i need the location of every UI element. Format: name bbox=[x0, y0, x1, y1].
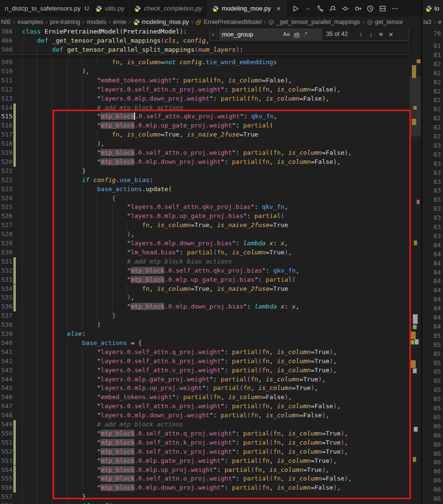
line-number[interactable]: 526 bbox=[0, 212, 12, 221]
line-number[interactable]: 83 bbox=[433, 214, 441, 223]
line-number[interactable]: 523 bbox=[0, 185, 12, 194]
line-number[interactable]: 84 bbox=[433, 313, 441, 322]
line-number[interactable]: 509 bbox=[0, 58, 12, 67]
breadcrumb-fragment[interactable]: la3 bbox=[423, 19, 432, 25]
find-next-button[interactable]: ↓ bbox=[366, 29, 376, 39]
line-number[interactable]: 84 bbox=[433, 241, 441, 250]
code-line[interactable]: 509fn, is_column=not config.tie_word_emb… bbox=[0, 58, 410, 67]
line-number[interactable]: 85 bbox=[433, 386, 441, 395]
code-line[interactable]: 512"layers.0.self_attn.o_proj.weight": p… bbox=[0, 85, 410, 94]
line-number[interactable]: 83 bbox=[433, 186, 441, 195]
line-number[interactable]: 554 bbox=[0, 466, 12, 475]
line-number[interactable]: 519 bbox=[0, 149, 12, 158]
code-line[interactable]: 527fn, is_column=True, is_naive_2fuse=Tr… bbox=[0, 221, 410, 230]
line-number[interactable]: 76 bbox=[433, 29, 441, 38]
find-input[interactable] bbox=[220, 31, 281, 38]
code-line[interactable]: 554"mtp_block.0.mlp.up_proj.weight": par… bbox=[0, 466, 410, 475]
source-control-graph-icon[interactable] bbox=[317, 4, 325, 12]
line-number[interactable]: 542 bbox=[0, 357, 12, 366]
line-number[interactable]: 558 bbox=[0, 502, 12, 504]
code-line[interactable]: 516"mtp_block.0.mlp.up_gate_proj.weight"… bbox=[0, 121, 410, 130]
code-line[interactable]: 529"layers.0.mlp.down_proj.bias": lambda… bbox=[0, 239, 410, 248]
line-number[interactable]: 510 bbox=[0, 67, 12, 76]
code-line[interactable]: 547"layers.0.self_attn.o_proj.weight": p… bbox=[0, 402, 410, 411]
line-number[interactable]: 86 bbox=[433, 449, 441, 458]
line-number[interactable]: 517 bbox=[0, 130, 12, 139]
breadcrumb-fragment[interactable]: e bbox=[438, 19, 442, 25]
line-number[interactable]: 544 bbox=[0, 375, 12, 384]
line-number[interactable]: 83 bbox=[433, 178, 441, 187]
code-line[interactable]: 537} bbox=[0, 311, 410, 321]
line-number[interactable]: 82 bbox=[433, 87, 441, 96]
line-number[interactable]: 515 bbox=[0, 112, 12, 121]
code-line[interactable]: 534fn, is_column=True, is_naive_2fuse=Tr… bbox=[0, 285, 410, 294]
line-number[interactable]: 557 bbox=[0, 493, 12, 502]
code-line[interactable]: 536"mtp_block.0.mlp.down_proj.bias": lam… bbox=[0, 302, 410, 311]
code-line[interactable]: 549# add mtp block actions bbox=[0, 420, 410, 429]
code-line[interactable]: 552"mtp_block.0.self_attn.v_proj.weight"… bbox=[0, 447, 410, 457]
code-line[interactable]: 541"layers.0.self_attn.q_proj.weight": p… bbox=[0, 348, 410, 357]
line-number[interactable]: 500 bbox=[0, 46, 12, 55]
code-line[interactable]: 543"layers.0.self_attn.v_proj.weight": p… bbox=[0, 366, 410, 375]
code-line[interactable]: 520"mtp_block.0.mlp.down_proj.weight": p… bbox=[0, 158, 410, 167]
line-number[interactable]: 86 bbox=[433, 431, 441, 440]
code-line[interactable]: 519"mtp_block.0.self_attn.o_proj.weight"… bbox=[0, 149, 410, 158]
line-number[interactable]: 86 bbox=[433, 476, 441, 485]
line-number[interactable]: 83 bbox=[433, 195, 441, 205]
line-number[interactable]: 531 bbox=[0, 257, 12, 266]
line-number[interactable]: 82 bbox=[433, 69, 441, 78]
breadcrumb-item-modeling-moe-py[interactable]: modeling_moe.py bbox=[133, 19, 189, 25]
line-number[interactable]: 520 bbox=[0, 158, 12, 167]
code-line[interactable]: 510), bbox=[0, 67, 410, 76]
line-number[interactable]: 532 bbox=[0, 266, 12, 275]
line-number[interactable]: 85 bbox=[433, 377, 441, 386]
line-number[interactable]: 83 bbox=[433, 160, 441, 169]
code-line[interactable]: 542"layers.0.self_attn.k_proj.weight": p… bbox=[0, 357, 410, 366]
breadcrumb-item-models[interactable]: models bbox=[87, 19, 106, 25]
code-line[interactable]: 530"lm_head.bias": partial(fn, is_column… bbox=[0, 248, 410, 257]
line-number[interactable]: 546 bbox=[0, 393, 12, 402]
code-line[interactable]: 556"mtp_block.0.mlp.down_proj.weight": p… bbox=[0, 483, 410, 493]
breadcrumb-item--get-tensor-parallel-mappings[interactable]: _get_tensor_parallel_mappings bbox=[268, 19, 360, 25]
breadcrumb-item-erniepretrainedmodel[interactable]: ErniePretrainedModel bbox=[195, 19, 261, 25]
line-number[interactable]: 543 bbox=[0, 366, 12, 375]
line-number[interactable]: 516 bbox=[0, 121, 12, 130]
line-number[interactable]: 513 bbox=[0, 94, 12, 103]
line-number[interactable]: 84 bbox=[433, 286, 441, 295]
line-number[interactable]: 83 bbox=[433, 232, 441, 241]
code-line[interactable]: 538) bbox=[0, 321, 410, 330]
line-number[interactable]: 537 bbox=[0, 311, 12, 321]
line-number[interactable]: 518 bbox=[0, 139, 12, 149]
breadcrumb-item-examples[interactable]: examples bbox=[18, 19, 44, 25]
line-number[interactable]: 514 bbox=[0, 103, 12, 113]
line-number[interactable]: 85 bbox=[433, 404, 441, 413]
tab-check-completion[interactable]: check_completion.py bbox=[129, 0, 207, 17]
code-line[interactable]: 513"layers.0.mlp.down_proj.weight": part… bbox=[0, 94, 410, 103]
line-number[interactable]: 529 bbox=[0, 239, 12, 248]
line-number[interactable]: 466 bbox=[0, 36, 12, 46]
line-number[interactable]: 535 bbox=[0, 293, 12, 302]
line-number[interactable]: 524 bbox=[0, 194, 12, 203]
find-close-button[interactable]: × bbox=[386, 29, 396, 39]
line-number[interactable]: 81 bbox=[433, 51, 441, 60]
find-in-selection-button[interactable]: ≡ bbox=[376, 29, 386, 39]
code-line[interactable]: 532"mtp_block.0.self_attn.qkv_proj.bias"… bbox=[0, 266, 410, 275]
code-line[interactable]: 524{ bbox=[0, 194, 410, 203]
code-line[interactable]: 551"mtp_block.0.self_attn.k_proj.weight"… bbox=[0, 438, 410, 447]
code-line[interactable]: 528), bbox=[0, 230, 410, 239]
right-editor-pane[interactable]: 7681818282828282828282828383838383838383… bbox=[422, 27, 443, 504]
code-line[interactable]: 550"mtp_block.0.self_attn.q_proj.weight"… bbox=[0, 429, 410, 438]
line-number[interactable]: 86 bbox=[433, 485, 441, 494]
code-line[interactable]: 518), bbox=[0, 139, 410, 149]
line-number[interactable]: 83 bbox=[433, 150, 441, 160]
line-number[interactable]: 82 bbox=[433, 123, 441, 132]
line-number[interactable]: 521 bbox=[0, 167, 12, 176]
line-number[interactable]: 530 bbox=[0, 248, 12, 257]
line-number[interactable]: 85 bbox=[433, 332, 441, 341]
line-number[interactable]: 84 bbox=[433, 268, 441, 277]
tab-n-distcp-to-safetensors[interactable]: n_distcp_to_safetensors.py U bbox=[0, 0, 91, 17]
code-line[interactable]: 539else: bbox=[0, 330, 410, 339]
line-number[interactable]: 388 bbox=[0, 27, 12, 36]
line-number[interactable]: 83 bbox=[433, 169, 441, 178]
sticky-line[interactable]: 500def get_tensor_parallel_split_mapping… bbox=[0, 46, 410, 55]
